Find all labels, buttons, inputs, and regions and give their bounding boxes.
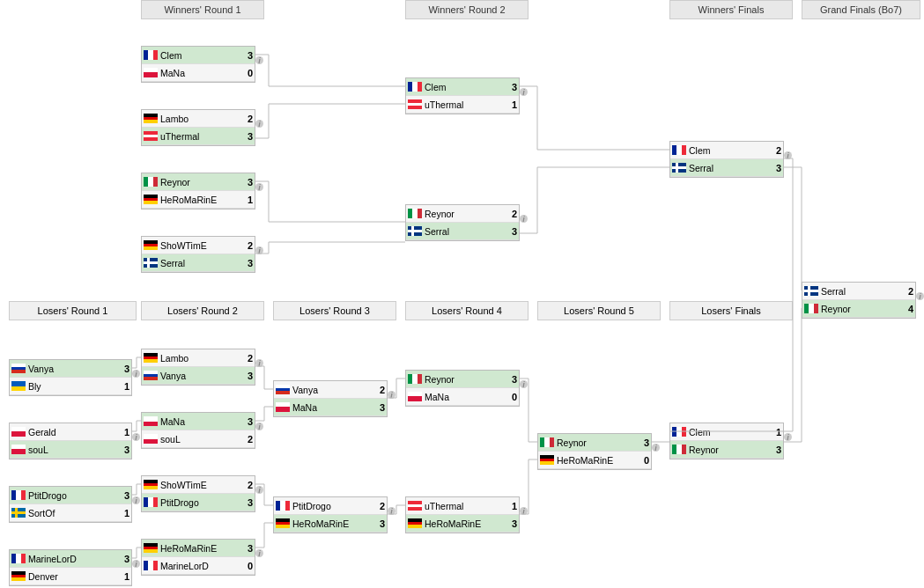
match-row: ShoWTimE 2 [142,476,255,494]
score: 3 [506,82,517,92]
player-name: HeRoMaRinE [160,195,242,205]
info-icon[interactable]: i [255,183,263,191]
header-losers-round3: Losers' Round 3 [273,301,396,320]
player-name: Lambo [160,353,242,364]
match-lr2-m2: MaNa 3 souL 2 i [141,412,255,449]
match-lr2-m4: HeRoMaRinE 3 MarineLorD 0 i [141,539,255,576]
flag-de [144,353,158,363]
player-name: Vanya [160,371,242,381]
info-icon[interactable]: i [255,423,263,430]
info-icon[interactable]: i [255,486,263,494]
player-name: Reynor [425,374,506,385]
player-name: Serral [821,286,903,297]
match-wf: Clem 2 Serral 3 i [669,141,784,178]
flag-fr [144,50,158,60]
match-row: Lambo 2 [142,349,255,367]
info-icon[interactable]: i [132,433,140,441]
info-icon[interactable]: i [388,391,395,399]
flag-ua [11,381,26,391]
flag-fi [408,226,422,236]
info-icon[interactable]: i [916,292,924,300]
match-wr1-m1: Clem 3 MaNa 0 i [141,46,255,83]
player-name: Reynor [160,177,242,187]
player-name: HeRoMaRinE [425,518,506,529]
score: 3 [119,364,129,374]
info-icon[interactable]: i [255,246,263,254]
flag-pl [11,427,26,437]
info-icon[interactable]: i [520,88,528,96]
flag-it [408,374,422,384]
info-icon[interactable]: i [784,151,792,159]
info-icon[interactable]: i [520,215,528,223]
player-name: PtitDrogo [160,497,242,508]
match-wr2-m1: Clem 3 uThermal 1 i [405,77,520,114]
flag-at [408,501,422,511]
match-wr1-m3: Reynor 3 HeRoMaRinE 1 i [141,173,255,209]
info-icon[interactable]: i [652,444,660,452]
match-row: Vanya 3 [142,367,255,385]
match-row: MaNa 0 [406,388,519,406]
score: 1 [119,508,129,518]
player-name: ShoWTimE [160,240,242,251]
match-row: HeRoMaRinE 3 [274,515,387,533]
score: 2 [903,286,913,297]
info-icon[interactable]: i [388,507,395,515]
score: 3 [771,163,781,173]
match-lr1-m1: Vanya 3 Bly 1 i [9,359,132,396]
score: 3 [119,554,129,564]
flag-fi [672,163,686,173]
match-row: Serral 3 [406,223,519,240]
score: 2 [242,480,253,490]
score: 3 [119,490,129,501]
match-row: PtitDrogo 3 [142,494,255,511]
info-icon[interactable]: i [255,359,263,367]
info-icon[interactable]: i [784,433,792,441]
info-icon[interactable]: i [132,496,140,504]
player-name: souL [28,445,119,455]
info-icon[interactable]: i [255,120,263,128]
flag-fr [276,501,290,511]
match-row: ShoWTimE 2 [142,237,255,254]
match-lr4-m1: Reynor 3 MaNa 0 i [405,370,520,407]
player-name: souL [160,434,242,445]
player-name: Clem [425,82,506,92]
player-name: Vanya [28,364,119,374]
info-icon[interactable]: i [255,56,263,64]
info-icon[interactable]: i [255,549,263,557]
match-row: Clem 3 [406,78,519,96]
player-name: Reynor [425,209,506,219]
match-row: Reynor 3 [406,371,519,388]
player-name: Bly [28,381,119,392]
score: 2 [506,209,517,219]
match-row: PtitDrogo 3 [10,487,131,504]
match-row: Clem 3 [142,47,255,64]
header-winners-round2: Winners' Round 2 [405,0,529,19]
match-lf: Clem 1 Reynor 3 i [669,423,784,459]
match-row: HeRoMaRinE 3 [406,515,519,533]
match-row: MaNa 0 [142,64,255,82]
match-lr1-m2: Gerald 1 souL 3 i [9,423,132,459]
flag-pl [144,68,158,77]
match-row: Lambo 2 [142,110,255,128]
score: 2 [242,353,253,364]
info-icon[interactable]: i [520,380,528,388]
info-icon[interactable]: i [132,560,140,568]
flag-at [144,131,158,141]
score: 3 [242,416,253,427]
player-name: Reynor [557,437,639,448]
player-name: Gerald [28,427,119,437]
player-name: uThermal [425,501,506,511]
info-icon[interactable]: i [132,370,140,378]
info-icon[interactable]: i [520,507,528,515]
player-name: MaNa [160,68,242,78]
score: 3 [119,445,129,455]
score: 0 [242,561,253,571]
flag-de [144,195,158,204]
match-row: Vanya 2 [274,381,387,399]
match-row: Reynor 3 [142,173,255,191]
score: 2 [374,385,385,395]
player-name: SortOf [28,508,119,518]
player-name: MarineLorD [28,554,119,564]
header-winners-round1: Winners' Round 1 [141,0,264,19]
match-row: HeRoMaRinE 1 [142,191,255,209]
